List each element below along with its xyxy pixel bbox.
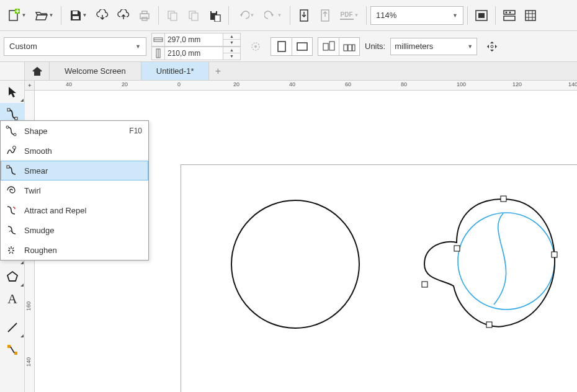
preset-value: Custom bbox=[9, 42, 37, 51]
cloud-download-button[interactable] bbox=[92, 6, 112, 25]
canvas-object-circle[interactable] bbox=[227, 196, 364, 332]
rulers-button[interactable] bbox=[499, 6, 519, 25]
svg-point-19 bbox=[506, 11, 508, 13]
redo-icon bbox=[264, 10, 277, 21]
fullscreen-button[interactable] bbox=[472, 6, 491, 25]
landscape-button[interactable] bbox=[292, 37, 313, 56]
paste-button[interactable] bbox=[205, 6, 225, 25]
grid-button[interactable] bbox=[521, 6, 540, 25]
chevron-down-icon: ▼ bbox=[452, 12, 458, 19]
import-button[interactable] bbox=[294, 6, 314, 25]
all-pages-button[interactable] bbox=[318, 37, 339, 56]
svg-rect-36 bbox=[15, 117, 17, 120]
current-page-button[interactable] bbox=[339, 37, 360, 56]
paste-icon bbox=[208, 9, 221, 22]
undo-button[interactable]: ▼ bbox=[233, 6, 259, 25]
shape-tool[interactable]: Shape F10 Smooth Smear Twirl Attra bbox=[0, 103, 25, 125]
plus-icon: + bbox=[215, 66, 221, 77]
svg-point-20 bbox=[509, 11, 511, 13]
page-width-input[interactable]: 297,0 mm bbox=[165, 33, 223, 47]
new-tab-button[interactable]: + bbox=[209, 62, 226, 80]
zoom-value: 114% bbox=[376, 11, 396, 20]
redo-button[interactable]: ▼ bbox=[260, 6, 286, 25]
svg-point-46 bbox=[231, 200, 359, 328]
flyout-label: Smear bbox=[24, 166, 48, 176]
arrow-cursor-icon bbox=[7, 86, 18, 98]
width-spinner[interactable]: ▲▼ bbox=[223, 33, 241, 47]
svg-rect-35 bbox=[7, 109, 10, 111]
page-preset-select[interactable]: Custom ▼ bbox=[4, 37, 146, 56]
connector-tool[interactable] bbox=[0, 339, 25, 361]
tab-welcome[interactable]: Welcome Screen bbox=[50, 62, 141, 80]
flyout-item-roughen[interactable]: Roughen bbox=[1, 240, 148, 260]
svg-point-38 bbox=[14, 133, 16, 136]
svg-rect-29 bbox=[323, 43, 328, 50]
portrait-button[interactable] bbox=[271, 37, 292, 56]
flyout-item-shape[interactable]: Shape F10 bbox=[1, 121, 148, 141]
svg-point-34 bbox=[491, 45, 493, 48]
polygon-tool[interactable] bbox=[0, 265, 25, 288]
svg-rect-48 bbox=[501, 196, 506, 202]
svg-rect-27 bbox=[278, 42, 285, 51]
pdf-button[interactable]: PDF ▼ bbox=[336, 6, 362, 25]
units-value: millimeters bbox=[395, 42, 433, 51]
flyout-item-twirl[interactable]: Twirl bbox=[1, 180, 148, 200]
nudge-icon bbox=[485, 40, 499, 53]
document-tabs: Welcome Screen Untitled-1* + bbox=[25, 62, 577, 81]
cloud-upload-button[interactable] bbox=[114, 6, 133, 25]
line-tool[interactable] bbox=[0, 316, 25, 339]
save-icon bbox=[69, 9, 82, 22]
flyout-item-smooth[interactable]: Smooth bbox=[1, 141, 148, 161]
svg-rect-50 bbox=[422, 282, 427, 287]
height-spinner[interactable]: ▲▼ bbox=[223, 47, 241, 60]
auto-fit-button[interactable] bbox=[246, 37, 266, 56]
flyout-item-smudge[interactable]: Smudge bbox=[1, 220, 148, 240]
smooth-icon bbox=[4, 144, 18, 158]
svg-rect-2 bbox=[73, 11, 78, 14]
svg-rect-40 bbox=[7, 166, 9, 168]
nudge-button[interactable] bbox=[482, 37, 502, 56]
flyout-label: Smudge bbox=[24, 226, 54, 235]
open-button[interactable]: ▼ bbox=[31, 6, 57, 25]
horizontal-ruler[interactable]: 40 20 0 20 40 60 80 100 120 140 bbox=[35, 81, 577, 91]
cut-button[interactable] bbox=[163, 6, 182, 25]
flyout-item-attract-repel[interactable]: Attract and Repel bbox=[1, 200, 148, 220]
roughen-icon bbox=[4, 243, 18, 257]
svg-rect-51 bbox=[486, 322, 492, 327]
home-tab[interactable] bbox=[25, 62, 50, 80]
chevron-down-icon: ▼ bbox=[135, 43, 141, 50]
svg-rect-3 bbox=[73, 16, 79, 19]
ruler-icon bbox=[503, 9, 516, 22]
svg-point-47 bbox=[458, 213, 555, 310]
toolbox: Shape F10 Smooth Smear Twirl Attra bbox=[0, 81, 25, 392]
canvas-object-smeared[interactable] bbox=[395, 184, 568, 345]
save-button[interactable]: ▼ bbox=[65, 6, 91, 25]
svg-point-39 bbox=[13, 146, 16, 149]
cut-icon bbox=[166, 9, 179, 22]
svg-rect-45 bbox=[14, 352, 17, 355]
undo-icon bbox=[237, 10, 249, 21]
export-button[interactable] bbox=[315, 6, 335, 25]
polygon-icon bbox=[6, 270, 19, 283]
tab-document[interactable]: Untitled-1* bbox=[141, 62, 210, 80]
zoom-select[interactable]: 114% ▼ bbox=[370, 6, 463, 25]
flyout-item-smear[interactable]: Smear bbox=[1, 161, 148, 180]
print-button[interactable] bbox=[135, 6, 154, 25]
cloud-download-icon bbox=[96, 9, 109, 22]
svg-rect-49 bbox=[454, 246, 460, 251]
page-height-input[interactable]: 210,0 mm bbox=[165, 47, 223, 60]
units-select[interactable]: millimeters ▼ bbox=[390, 38, 477, 55]
ruler-origin[interactable]: ✦ bbox=[25, 81, 35, 91]
svg-rect-12 bbox=[212, 11, 216, 13]
pick-tool[interactable] bbox=[0, 81, 25, 103]
text-icon: A bbox=[7, 291, 17, 307]
cloud-upload-icon bbox=[117, 9, 130, 22]
text-tool[interactable]: A bbox=[0, 288, 25, 310]
autofit-icon bbox=[249, 40, 262, 53]
new-document-button[interactable]: ▼ bbox=[4, 6, 30, 25]
svg-point-26 bbox=[254, 45, 257, 48]
svg-rect-32 bbox=[348, 45, 352, 51]
shape-tool-icon bbox=[6, 108, 19, 120]
width-icon bbox=[151, 33, 165, 47]
copy-button[interactable] bbox=[184, 6, 204, 25]
